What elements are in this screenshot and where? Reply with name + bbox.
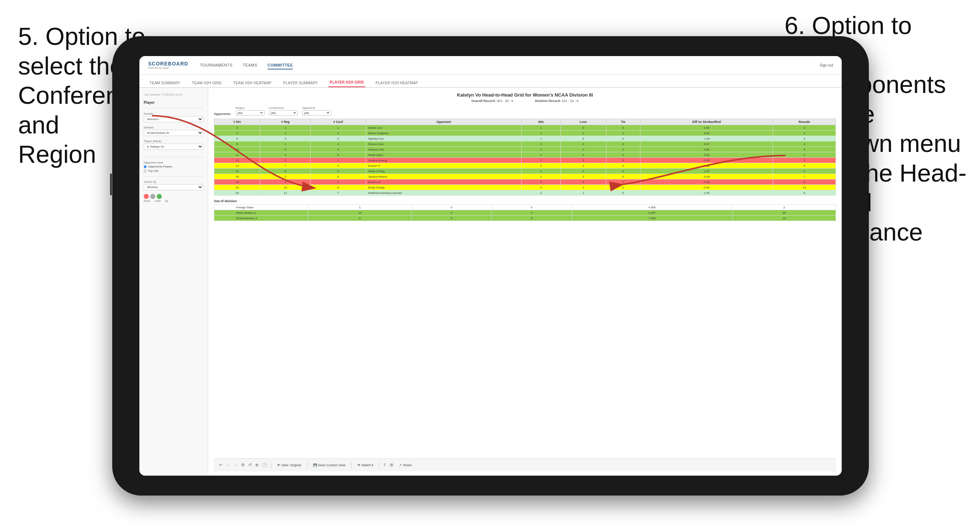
cell-tie: 0 (606, 190, 640, 196)
cell-opponent: Federica Domecq Lacroze (366, 190, 521, 196)
table-row: 3 3 1 Esther Lee 1 0 0 1.50 4 (214, 125, 836, 130)
ood-win: 15 (309, 210, 412, 216)
colour-by-label: Colour by (144, 180, 204, 183)
upload-icon[interactable]: ⇧ (383, 463, 386, 467)
cell-opponent: Stella Cheng (366, 168, 521, 174)
separator-2 (307, 462, 307, 468)
division-record: Division Record: 331 - 34 - 6 (535, 99, 579, 103)
refresh-icon[interactable]: ↺ (248, 463, 251, 467)
cell-diff: 1.50 (640, 125, 773, 130)
cell-div: 5 (214, 130, 260, 136)
opponent-filter-group: Opponent (All) (302, 106, 331, 116)
region-select[interactable]: (All) (235, 110, 265, 116)
cell-loss: 1 (561, 185, 606, 190)
cell-win: 1 (522, 125, 561, 130)
tablet-side-button (110, 174, 112, 195)
cell-opponent: Eunice Yi (366, 163, 521, 168)
player-rank-select[interactable]: 8. Katelyn Vo (144, 144, 204, 150)
cell-div: 20 (214, 190, 260, 196)
conference-select[interactable]: (All) (269, 110, 298, 116)
gender-select[interactable]: Women's Men's (144, 116, 204, 122)
opponent-select[interactable]: (All) (302, 110, 331, 116)
cell-opponent: Heejo Hyun (366, 152, 521, 158)
undo-icon[interactable]: ↩ (219, 463, 222, 467)
cell-win: 2 (522, 163, 561, 168)
nav-item-committee[interactable]: COMMITTEE (267, 62, 293, 70)
ood-win: 5 (309, 216, 412, 221)
sub-nav-team-h2h-grid[interactable]: TEAM H2H GRID (191, 79, 223, 87)
cell-conf: 3 (310, 136, 366, 141)
region-filter-group: Region (All) (235, 106, 265, 116)
th-diff: Diff Av Strokes/Rnd (640, 119, 773, 125)
colour-legend: Colour by Win/loss Down Level Up (144, 180, 204, 202)
cell-div: 16 (214, 174, 260, 179)
back-icon[interactable]: ← (226, 463, 230, 467)
table-row: 13 1 1 Jessica Huang 1 0 0 -3.00 2 (214, 158, 836, 163)
sub-nav-team-h2h-heatmap[interactable]: TEAM H2H HEATMAP (232, 79, 273, 87)
table-row: 18 2 2 Euna Lee 0 0 0 -5.00 2 (214, 179, 836, 185)
radio-opponents-played[interactable]: Opponents Played (144, 165, 204, 168)
opponent-view-label: Opponent view (144, 161, 204, 164)
nav-item-teams[interactable]: TEAMS (243, 62, 257, 70)
th-tie: Tie (606, 119, 640, 125)
separator-4 (379, 462, 379, 468)
player-rank-label: Player (Rank) (144, 140, 204, 143)
cell-rounds: 2 (773, 179, 836, 185)
swatch-label-down: Down (144, 200, 150, 202)
cell-reg: 11 (260, 190, 310, 196)
watch-btn[interactable]: 👁 Watch ▾ (355, 463, 375, 468)
sub-nav-player-h2h-grid[interactable]: PLAYER H2H GRID (328, 78, 366, 87)
cell-rounds: 9 (773, 163, 836, 168)
cell-conf: 7 (310, 190, 366, 196)
sub-nav-player-h2h-heatmap[interactable]: PLAYER H2H HEATMAP (374, 79, 419, 87)
division-select[interactable]: NCAA Division III NCAA Division I NCAA D… (144, 130, 204, 136)
colour-by-select[interactable]: Win/loss (144, 184, 204, 190)
th-div: # Div (214, 119, 260, 125)
share-btn[interactable]: ↗ Share (397, 463, 414, 468)
ood-table-row: NCAA Division 2 5 0 0 7.400 10 (214, 216, 836, 221)
cell-opponent: Emily Chang (366, 185, 521, 190)
view-original-btn[interactable]: 👁 View: Original (275, 463, 303, 468)
save-custom-view-btn[interactable]: 💾 Save Custom View (311, 463, 348, 468)
radio-top-100[interactable]: Top 100 (144, 169, 204, 173)
table-row: 20 11 7 Federica Domecq Lacroze 2 1 0 1.… (214, 190, 836, 196)
cell-reg: 3 (260, 125, 310, 130)
cell-tie: 0 (606, 163, 640, 168)
swatch-down (144, 194, 149, 199)
cell-div: 15 (214, 168, 260, 174)
sign-out-link[interactable]: Sign out (819, 63, 833, 67)
cell-loss: 0 (561, 130, 606, 136)
ood-rounds: 10 (732, 216, 835, 221)
tablet-screen: SCOREBOARD Powered by clippd TOURNAMENTS… (139, 56, 842, 476)
cell-loss: 0 (561, 152, 606, 158)
cell-reg: 6 (260, 147, 310, 152)
ood-win: 1 (309, 205, 412, 210)
cell-opponent: Alexis Sudijanto (366, 130, 521, 136)
sub-nav-team-summary[interactable]: TEAM SUMMARY (148, 79, 182, 87)
cell-diff: 1.33 (640, 190, 773, 196)
cell-tie: 0 (606, 141, 640, 147)
cell-rounds: 4 (773, 125, 836, 130)
cell-opponent: Andrea York (366, 147, 521, 152)
logo-text: SCOREBOARD (148, 61, 188, 67)
crop-icon[interactable]: ⊕ (255, 463, 258, 467)
cell-loss: 1 (561, 190, 606, 196)
region-label: Region (235, 106, 265, 110)
clock-icon[interactable]: 🕐 (262, 463, 267, 467)
settings-icon[interactable]: ⚙ (241, 463, 245, 467)
cell-rounds: 2 (773, 158, 836, 163)
nav-item-tournaments[interactable]: TOURNAMENTS (200, 62, 232, 70)
cell-win: 1 (522, 141, 561, 147)
th-loss: Loss (561, 119, 606, 125)
forward-icon[interactable]: → (234, 463, 237, 467)
sub-nav-player-summary[interactable]: PLAYER SUMMARY (282, 79, 320, 87)
cell-diff: -5.00 (640, 179, 773, 185)
separator-1 (271, 462, 271, 468)
grid-icon[interactable]: ⊞ (390, 463, 393, 467)
table-row: 5 2 2 Alexis Sudijanto 1 0 0 4.00 3 (214, 130, 836, 136)
cell-reg: 10 (260, 185, 310, 190)
cell-loss: 0 (561, 147, 606, 152)
cell-diff: -3.00 (640, 158, 773, 163)
ood-tie: 0 (492, 216, 572, 221)
table-row: 16 3 6 Jessica Mason 1 2 0 -0.84 7 (214, 174, 836, 179)
